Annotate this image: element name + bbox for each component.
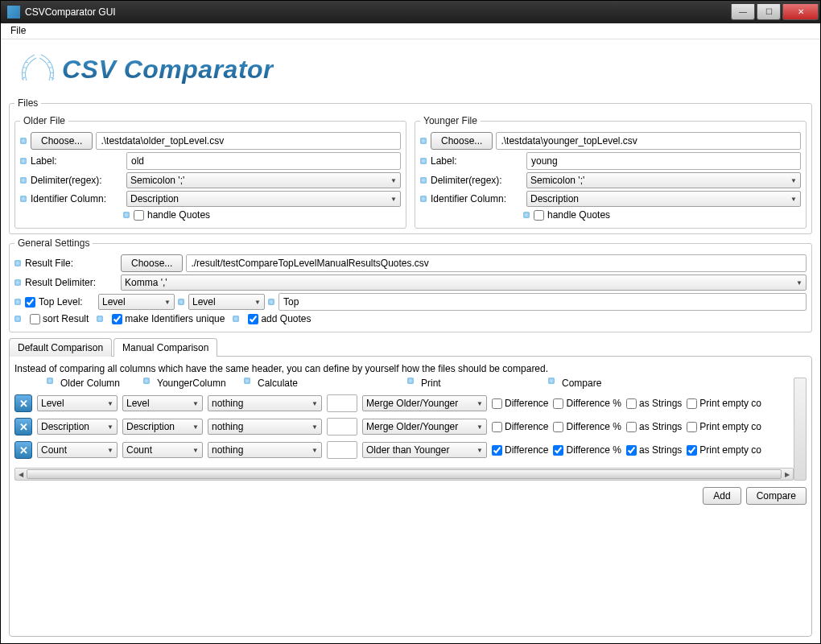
older-path-input[interactable] [96,132,401,150]
older-handle-quotes-checkbox[interactable] [134,210,144,221]
chevron-down-icon: ▼ [307,400,318,407]
difference-pct-checkbox[interactable] [553,398,563,409]
older-file-group: Older File Choose... Label: Delimiter(re… [14,115,406,229]
add-button[interactable]: Add [703,487,741,505]
older-label-input[interactable] [126,152,401,170]
print-empty-checkbox[interactable] [687,422,697,432]
menu-file[interactable]: File [6,23,31,38]
close-button[interactable]: ✕ [782,4,819,20]
info-icon [14,299,21,305]
difference-checkbox[interactable] [492,422,502,432]
maximize-button[interactable]: ☐ [757,4,781,20]
difference-checkbox[interactable] [492,398,502,409]
delete-rule-button[interactable]: ✕ [14,394,32,412]
calc-value-input[interactable] [327,418,357,436]
print-select[interactable]: Merge Older/Younger▼ [362,419,487,435]
print-select[interactable]: Merge Older/Younger▼ [362,395,487,411]
info-icon [548,378,555,384]
compare-button[interactable]: Compare [746,487,807,505]
info-icon [178,299,184,305]
info-icon [20,196,27,202]
scroll-left-icon[interactable]: ◀ [15,469,27,480]
older-idcol-select[interactable]: Description▼ [126,191,401,207]
younger-column-select[interactable]: Description▼ [122,419,203,435]
difference-pct-checkbox[interactable] [553,445,563,456]
younger-handle-quotes-checkbox[interactable] [534,210,544,221]
window-title: CSVComparator GUI [25,6,116,18]
app-banner: CSV Comparator [9,44,812,94]
as-strings-checkbox[interactable] [626,445,637,456]
brand-text: CSV Comparator [62,55,274,85]
tab-default-comparison[interactable]: Default Comparison [9,338,112,357]
app-window: CSVComparator GUI — ☐ ✕ File CSV Compara… [0,0,821,644]
younger-choose-button[interactable]: Choose... [431,132,493,150]
info-icon [244,378,250,384]
scrollbar-thumb[interactable] [27,469,782,479]
chevron-down-icon: ▼ [472,400,483,407]
toplevel-checkbox[interactable] [25,297,35,308]
chevron-down-icon: ▼ [786,177,797,184]
info-icon [523,212,530,218]
files-group: Files Older File Choose... Label: [9,97,812,234]
younger-column-select[interactable]: Count▼ [122,442,203,458]
print-empty-checkbox[interactable] [687,398,697,409]
younger-delimiter-select[interactable]: Semicolon ';'▼ [526,172,801,188]
older-column-select[interactable]: Description▼ [37,419,118,435]
calculate-select[interactable]: nothing▼ [208,395,322,411]
menubar: File [1,23,820,39]
result-file-choose-button[interactable]: Choose... [121,254,183,272]
manual-description: Instead of comparing all columns which h… [14,363,807,374]
minimize-button[interactable]: — [731,4,755,20]
younger-label-input[interactable] [526,152,801,170]
toplevel-text-input[interactable] [278,293,807,311]
tab-manual-comparison[interactable]: Manual Comparison [113,338,217,357]
younger-column-select[interactable]: Level▼ [122,395,203,411]
chevron-down-icon: ▼ [188,447,199,454]
print-select[interactable]: Older than Younger▼ [362,442,487,458]
calculate-select[interactable]: nothing▼ [208,419,322,435]
result-file-input[interactable] [186,254,807,272]
info-icon [268,299,274,305]
chevron-down-icon: ▼ [786,196,797,203]
titlebar[interactable]: CSVComparator GUI — ☐ ✕ [1,1,820,23]
add-quotes-checkbox[interactable] [248,314,258,324]
tabbar: Default Comparison Manual Comparison [9,337,812,356]
older-column-select[interactable]: Count▼ [37,442,118,458]
as-strings-checkbox[interactable] [626,422,637,432]
difference-checkbox[interactable] [492,445,502,456]
sort-result-checkbox[interactable] [30,314,40,324]
result-delimiter-select[interactable]: Komma ','▼ [121,275,807,291]
toplevel-select-2[interactable]: Level▼ [188,294,265,310]
difference-pct-checkbox[interactable] [553,422,563,432]
chevron-down-icon: ▼ [102,423,113,431]
manual-comparison-panel: Instead of comparing all columns which h… [9,356,812,637]
horizontal-scrollbar[interactable]: ◀ ▶ [14,468,794,481]
info-icon [233,316,239,322]
calc-value-input[interactable] [327,441,357,459]
delete-rule-button[interactable]: ✕ [14,441,32,459]
as-strings-checkbox[interactable] [626,398,637,409]
delete-rule-button[interactable]: ✕ [14,418,32,436]
chevron-down-icon: ▼ [307,447,318,454]
younger-path-input[interactable] [496,132,801,150]
younger-idcol-select[interactable]: Description▼ [526,191,801,207]
files-legend: Files [14,97,41,109]
general-settings-group: General Settings Result File: Choose... … [9,237,812,332]
make-unique-checkbox[interactable] [112,314,122,324]
chevron-down-icon: ▼ [188,423,199,431]
info-icon [420,177,427,184]
older-choose-button[interactable]: Choose... [31,132,93,150]
calculate-select[interactable]: nothing▼ [208,442,322,458]
chevron-down-icon: ▼ [159,299,171,306]
older-delimiter-select[interactable]: Semicolon ';'▼ [126,172,401,188]
rule-row: ✕Description▼Description▼nothing▼Merge O… [14,418,794,436]
toplevel-select-1[interactable]: Level▼ [98,294,175,310]
info-icon [420,158,427,164]
print-empty-checkbox[interactable] [687,445,697,456]
info-icon [20,158,27,164]
info-icon [407,378,414,384]
vertical-scrollbar[interactable] [794,378,807,481]
calc-value-input[interactable] [327,394,357,412]
older-column-select[interactable]: Level▼ [37,395,118,411]
scroll-right-icon[interactable]: ▶ [782,469,793,480]
